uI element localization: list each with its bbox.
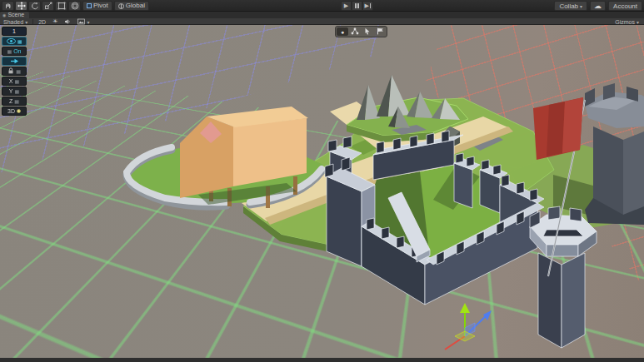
toolbar-right-group: Collab ▾ ☁ Account [554, 1, 642, 11]
axis-z-label: Z [9, 98, 12, 104]
full-grid-label: 3D [7, 108, 15, 114]
bulb-icon [17, 109, 21, 113]
scene-controls-left: Shaded ▾ 2D ☀ ▾ [2, 18, 91, 25]
chevron-down-icon: ▾ [87, 19, 89, 25]
transform-tool-button[interactable] [68, 1, 81, 11]
move-tool-button[interactable] [15, 1, 27, 11]
lock-icon [7, 67, 14, 75]
2d-toggle-button[interactable]: 2D [37, 18, 47, 25]
snap-value-label: 1 [12, 28, 16, 34]
scene-effects-dropdown[interactable]: ▾ [76, 18, 91, 25]
corner-turret[interactable] [530, 206, 597, 348]
grid-icon: ▦ [17, 38, 22, 44]
collab-button[interactable]: Collab ▾ [554, 1, 587, 11]
play-icon: ▶ [344, 2, 348, 9]
account-label: Account [613, 2, 637, 10]
chevron-down-icon: ▾ [637, 19, 639, 25]
rect-tool-icon [57, 2, 66, 10]
scene-viewport[interactable]: 1 ▦ ▦ On ▦ [0, 25, 644, 362]
pause-button[interactable] [352, 1, 362, 11]
scene-tab-bar: ◉ Scene [0, 12, 644, 18]
globe-icon [118, 3, 124, 9]
progrids-x-plane-button[interactable]: X ▦ [2, 77, 27, 86]
flag-tool-button[interactable] [374, 27, 386, 36]
transform-tool-group [2, 1, 81, 11]
farm-house-island[interactable] [123, 107, 323, 208]
window-bottom-edge [0, 358, 644, 362]
chevron-down-icon: ▾ [25, 19, 27, 25]
scene-overlay-toolbar: ● [335, 26, 387, 37]
hand-tool-button[interactable] [2, 1, 14, 11]
global-label: Global [126, 2, 145, 10]
grid-icon: ▦ [15, 88, 20, 94]
axis-y-label: Y [9, 88, 13, 94]
step-button[interactable]: ▶ [362, 1, 373, 11]
stone-tower[interactable] [585, 83, 644, 225]
progrids-full-grid-button[interactable]: 3D [2, 107, 27, 116]
gizmos-dropdown[interactable]: Gizmos ▾ [613, 18, 641, 25]
snap-on-label: On [13, 48, 21, 54]
sun-icon: ☀ [52, 18, 57, 25]
shading-mode-label: Shaded [3, 19, 23, 25]
progrids-push-to-grid-button[interactable] [2, 57, 27, 66]
2d-label: 2D [38, 19, 46, 25]
progrids-snap-value-button[interactable]: 1 [2, 27, 27, 36]
pointer-tool-button[interactable] [362, 27, 373, 36]
grid-icon: ▦ [16, 68, 21, 74]
tab-scene[interactable]: ◉ Scene [0, 12, 29, 18]
scene-render [0, 25, 644, 362]
progrids-y-plane-button[interactable]: Y ▦ [2, 87, 27, 96]
progrids-snap-toggle-button[interactable]: ▦ On [2, 47, 27, 56]
cloud-icon: ☁ [594, 2, 602, 10]
cursor-icon [364, 27, 371, 36]
transform-tool-icon [71, 2, 79, 10]
handle-settings-group: Pivot Global [82, 1, 149, 11]
eye-icon [7, 38, 16, 45]
shading-mode-dropdown[interactable]: Shaded ▾ [2, 18, 29, 25]
flag-icon [377, 27, 384, 36]
scene-control-bar: Shaded ▾ 2D ☀ ▾ [0, 18, 644, 25]
progrids-lock-grid-button[interactable]: ▦ [2, 67, 27, 76]
gizmos-label: Gizmos [615, 19, 635, 25]
scene-tab-label: Scene [7, 12, 24, 18]
scale-tool-icon [44, 2, 52, 10]
grid-icon: ▦ [15, 78, 20, 84]
scene-audio-toggle[interactable] [62, 18, 72, 25]
sphere-brush-button[interactable]: ● [337, 27, 348, 36]
nodes-icon [351, 27, 359, 36]
sphere-icon: ● [341, 29, 344, 35]
main-toolbar: Pivot Global ▶ ▶ Collab ▾ ☁ [0, 0, 644, 12]
grid-icon: ▦ [7, 48, 12, 54]
rotate-tool-button[interactable] [28, 1, 41, 11]
scene-lighting-toggle[interactable]: ☀ [51, 18, 59, 25]
grid-icon: ▦ [14, 98, 19, 104]
progrids-z-plane-button[interactable]: Z ▦ [2, 97, 27, 106]
account-button[interactable]: Account [608, 1, 642, 11]
scale-tool-button[interactable] [42, 1, 54, 11]
pivot-toggle-button[interactable]: Pivot [82, 1, 112, 11]
node-graph-button[interactable] [349, 27, 361, 36]
arrow-right-icon [10, 58, 19, 65]
move-gizmo[interactable] [445, 303, 492, 350]
pivot-label: Pivot [93, 2, 108, 10]
pause-icon [355, 3, 360, 8]
scene-tab-icon: ◉ [2, 12, 6, 18]
hand-tool-icon [4, 2, 12, 10]
progrids-grid-visibility-button[interactable]: ▦ [2, 37, 27, 46]
unity-editor-window: Pivot Global ▶ ▶ Collab ▾ ☁ [0, 0, 644, 362]
rect-tool-button[interactable] [55, 1, 67, 11]
play-button[interactable]: ▶ [341, 1, 352, 11]
axis-x-label: X [9, 78, 13, 84]
collab-label: Collab [559, 2, 578, 10]
scene-controls-right: Gizmos ▾ [613, 18, 641, 25]
global-toggle-button[interactable]: Global [114, 1, 149, 11]
step-icon: ▶ [365, 2, 369, 9]
pivot-icon [87, 3, 92, 8]
chevron-down-icon: ▾ [580, 3, 582, 9]
move-tool-icon [17, 2, 26, 10]
divider [32, 19, 33, 24]
progrids-toolbar: 1 ▦ ▦ On ▦ [2, 27, 27, 116]
playmode-controls: ▶ ▶ [341, 1, 373, 11]
cloud-services-button[interactable]: ☁ [590, 1, 606, 11]
rotate-tool-icon [31, 2, 39, 10]
